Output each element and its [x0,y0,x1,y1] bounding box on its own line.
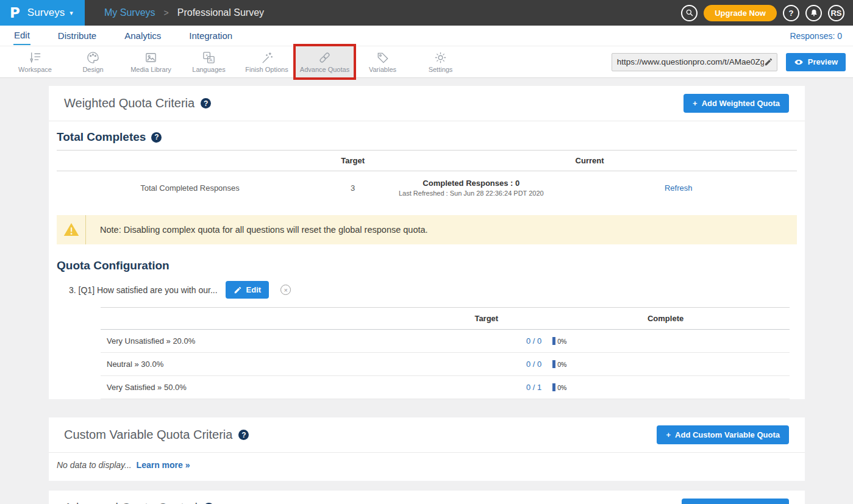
quota-target-value[interactable]: 0 / 1 [431,376,541,399]
progress-bar [552,383,555,391]
table-row: Very Satisfied » 50.0% 0 / 1 0% [101,376,790,399]
user-avatar[interactable]: RS [828,5,844,21]
answer-option-label: Very Unsatisfied » 20.0% [101,330,431,352]
current-cell: Completed Responses : 0 Last Refreshed :… [382,171,560,207]
plus-icon: + [666,430,671,439]
target-value: 3 [323,176,382,202]
no-data-text: No data to display... [57,460,132,470]
help-icon[interactable]: ? [151,132,162,143]
total-completes-title: Total Completes ? [57,121,797,150]
top-navbar: P Surveys ▾ My Surveys > Professional Su… [0,0,853,26]
advanced-quota-title: Advanced Quota Control ? [64,501,214,504]
tag-icon [376,51,390,65]
tab-analytics[interactable]: Analytics [124,27,162,44]
survey-url-field [612,53,777,71]
plus-icon: + [693,99,698,108]
progress-bar [552,337,555,345]
survey-nav-tabs: Edit Distribute Analytics Integration Re… [0,26,853,46]
progress-bar [552,360,555,368]
remove-quota-icon[interactable]: × [280,285,291,295]
help-button[interactable]: ? [783,5,799,21]
survey-url-input[interactable] [617,57,764,66]
gear-icon [434,51,448,65]
eye-icon [794,57,804,67]
app-menu[interactable]: P Surveys ▾ [0,0,85,26]
total-completed-responses-label: Total Completed Responses [57,176,323,202]
weighted-quota-card: Weighted Quota Criteria ? + Add Weighted… [49,86,805,399]
answer-option-label: Neutral » 30.0% [101,353,431,375]
questionpro-logo-icon: P [10,5,20,21]
question-icon: ? [789,9,794,18]
search-icon [685,9,694,17]
advanced-quota-card: Advanced Quota Control ? + Add Advanced … [49,491,805,504]
help-icon[interactable]: ? [201,98,211,108]
app-menu-label: Surveys [27,7,65,19]
table-row: Neutral » 30.0% 0 / 0 0% [101,353,790,376]
warning-note: Note: Disabling complex quota for all qu… [57,215,797,244]
toolbar-item-variables[interactable]: Variables [354,46,412,77]
toolbar-item-advance-quotas[interactable]: Advance Quotas [296,46,354,77]
edit-quota-button[interactable]: Edit [226,281,269,299]
tab-integration[interactable]: Integration [188,27,233,44]
chevron-down-icon: ▾ [70,9,73,17]
total-completes-table: Target Current Total Completed Responses… [57,150,797,207]
breadcrumb-separator: > [164,8,169,18]
languages-translate-icon: A* [202,51,216,65]
toolbar-item-design[interactable]: Design [64,46,122,77]
toolbar-item-settings[interactable]: Settings [412,46,469,77]
quota-complete-cell: 0% [541,353,790,375]
total-completes-section: Total Completes ? Target Current Total C… [57,121,797,399]
quota-question-row: 3. [Q1] How satisfied are you with our..… [69,281,797,299]
toolbar-item-languages[interactable]: A* Languages [180,46,238,77]
warning-triangle-icon [62,221,80,238]
empty-state-row: No data to display... Learn more » [49,453,805,481]
question-label: 3. [Q1] How satisfied are you with our..… [69,285,218,295]
toolbar-item-media-library[interactable]: Media Library [122,46,180,77]
edit-url-pencil-icon[interactable] [764,57,773,66]
toolbar-item-finish-options[interactable]: Finish Options [238,46,296,77]
percent-complete: 0% [557,384,566,391]
search-button[interactable] [681,5,698,21]
add-weighted-quota-button[interactable]: + Add Weighted Quota [683,94,789,113]
tab-distribute[interactable]: Distribute [57,27,97,44]
tab-edit[interactable]: Edit [13,26,30,45]
column-spacer [101,313,431,325]
answer-option-label: Very Satisfied » 50.0% [101,376,431,399]
chain-link-icon [318,51,332,65]
quota-target-value[interactable]: 0 / 0 [431,330,541,352]
edit-pencil-icon [234,286,242,294]
magic-wand-icon [260,51,274,65]
svg-text:A: A [209,57,213,63]
breadcrumb-my-surveys[interactable]: My Surveys [104,7,155,18]
notifications-button[interactable] [805,5,822,21]
quota-complete-cell: 0% [541,330,790,352]
percent-complete: 0% [557,338,566,345]
preview-button[interactable]: Preview [786,53,846,71]
help-icon[interactable]: ? [238,430,249,440]
responses-count: Responses: 0 [790,31,842,41]
breadcrumb-current-survey: Professional Survey [177,7,264,18]
custom-variable-quota-card: Custom Variable Quota Criteria ? + Add C… [49,417,805,481]
weighted-quota-title: Weighted Quota Criteria ? [64,96,211,110]
design-palette-icon [86,51,100,65]
warning-note-text: Note: Disabling complex quota for all qu… [86,215,428,244]
quota-target-value[interactable]: 0 / 0 [431,353,541,375]
breadcrumb: My Surveys > Professional Survey [104,0,264,26]
quota-configuration-title: Quota Configuration [57,258,797,279]
quota-complete-cell: 0% [541,377,790,398]
table-row: Total Completed Responses 3 Completed Re… [57,171,797,207]
edit-toolbar: Workspace Design Media Library A* Langua… [0,46,853,78]
refresh-link[interactable]: Refresh [665,183,693,193]
add-custom-variable-quota-button[interactable]: + Add Custom Variable Quota [657,425,789,444]
page-body: Weighted Quota Criteria ? + Add Weighted… [0,78,853,504]
column-header-target: Target [431,308,541,329]
bell-icon [810,9,818,17]
add-advanced-quota-button[interactable]: + Add Advanced Quota [682,499,789,504]
workspace-icon [28,51,42,65]
learn-more-link[interactable]: Learn more » [137,460,190,470]
column-header-current: Current [382,151,797,171]
upgrade-now-button[interactable]: Upgrade Now [704,5,777,21]
toolbar-item-workspace[interactable]: Workspace [6,46,64,77]
completed-responses-count: Completed Responses : 0 [382,179,560,188]
column-header-target: Target [323,151,382,171]
